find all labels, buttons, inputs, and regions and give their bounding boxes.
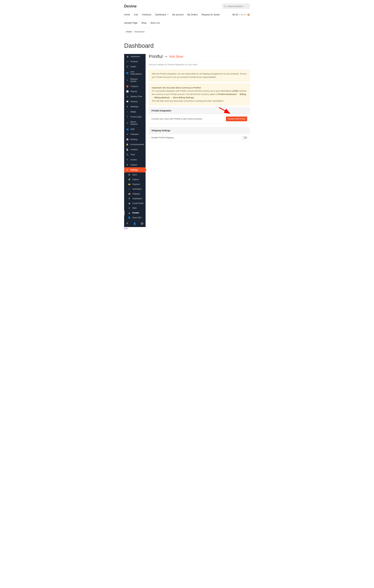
sidebar-label: Badge bbox=[131, 111, 136, 113]
sidebar-label: Reports bbox=[131, 90, 137, 93]
sidebar-sub-rma[interactable]: ↺RMA bbox=[126, 206, 145, 210]
power-icon[interactable]: ⏻ bbox=[141, 222, 143, 225]
callout-shipping-warning: With the Printful integration, you are r… bbox=[149, 70, 250, 82]
sidebar-sub-store[interactable]: 🏛Store bbox=[126, 172, 145, 177]
content-title-text: Printful bbox=[149, 54, 163, 59]
external-link-icon[interactable]: ⇱ bbox=[126, 222, 128, 225]
sidebar-sub-seo[interactable]: 🌐Store SEO bbox=[126, 215, 145, 220]
cart-items: 0 items bbox=[239, 13, 246, 16]
sidebar-label: Store bbox=[132, 174, 137, 176]
nav-cart[interactable]: Cart bbox=[134, 13, 138, 16]
content-title: Printful → Visit Store bbox=[149, 54, 250, 61]
sidebar-label: Coupons bbox=[131, 85, 138, 87]
reviews-icon: 💬 bbox=[126, 101, 129, 103]
nav-myorders[interactable]: My Orders bbox=[187, 13, 198, 16]
sidebar-item-booking[interactable]: 📅Booking bbox=[124, 137, 145, 142]
sidebar-item-quotes[interactable]: ≡Request Quotes bbox=[124, 76, 145, 84]
sidebar-item-delivery[interactable]: ◷Delivery Time bbox=[124, 94, 145, 99]
callout-p2: This will help avoid any inaccurate conv… bbox=[152, 100, 224, 102]
nav-storelist[interactable]: Store List bbox=[150, 21, 160, 24]
cart-status[interactable]: $0.00 0 items bbox=[233, 13, 250, 16]
search-input[interactable] bbox=[228, 5, 248, 8]
nav-checkout[interactable]: Checkout bbox=[142, 13, 151, 16]
sidebar-item-analytics[interactable]: ▙Analytics bbox=[124, 147, 145, 152]
sidebar-label: Addons bbox=[132, 178, 139, 181]
addons-icon: 🧩 bbox=[128, 178, 131, 181]
nav-dashboard[interactable]: Dashboard bbox=[155, 13, 168, 16]
verification-icon: ✓ bbox=[128, 188, 131, 190]
nav-samplepage[interactable]: Sample Page bbox=[124, 21, 137, 24]
sidebar-item-products[interactable]: ▭Products bbox=[124, 59, 145, 64]
sidebar-item-qa[interactable]: ?Product Q&A bbox=[124, 114, 145, 119]
orders-icon: 🛒 bbox=[126, 65, 129, 68]
primary-nav: Home Cart Checkout Dashboard My account … bbox=[124, 10, 220, 19]
primary-nav-row2: Sample Page Shop Store List bbox=[124, 19, 250, 27]
user-icon[interactable]: 👤 bbox=[133, 222, 136, 225]
connect-printful-button[interactable]: Connect with Printful bbox=[226, 116, 247, 121]
sidebar-item-auction[interactable]: ✎Auction bbox=[124, 157, 145, 162]
sidebar-sub-shipping[interactable]: 🚚Shipping bbox=[126, 191, 145, 196]
sidebar-sub-printful[interactable]: ☁Printful bbox=[124, 210, 145, 215]
sidebar-label: Store SEO bbox=[132, 217, 141, 219]
sidebar-label: Reviews bbox=[131, 101, 138, 103]
sidebar-sub-social[interactable]: ▣Social Profile bbox=[126, 201, 145, 206]
arrow-icon: → bbox=[164, 54, 168, 59]
visit-store-link[interactable]: Visit Store bbox=[169, 55, 183, 58]
breadcrumb-home[interactable]: Home bbox=[126, 30, 132, 33]
sidebar-item-support[interactable]: ⊗Support bbox=[124, 162, 145, 167]
sidebar-label: Social Profile bbox=[132, 202, 144, 204]
callout-title: Important: Set Accurate Store Currency i… bbox=[152, 86, 201, 89]
sidebar-item-staff[interactable]: 👥Staff bbox=[124, 127, 145, 132]
nav-requestquote[interactable]: Request for Quote bbox=[201, 13, 219, 16]
sidebar-item-subscriptions[interactable]: 👥User Subscriptions bbox=[124, 69, 145, 76]
sidebar-item-followers[interactable]: ♥Followers bbox=[124, 132, 145, 137]
sidebar-sub-payment[interactable]: 💳Payment bbox=[126, 182, 145, 187]
basket-icon bbox=[247, 13, 250, 16]
sidebar-item-announcements[interactable]: 🔔Announcements bbox=[124, 142, 145, 147]
printful-icon: ☁ bbox=[128, 212, 131, 214]
nav-shop[interactable]: Shop bbox=[141, 21, 146, 24]
sidebar-label: Request Quotes bbox=[130, 78, 144, 82]
home-icon bbox=[124, 31, 125, 33]
sidebar-item-tools[interactable]: 🔧Tools bbox=[124, 152, 145, 157]
nav-home[interactable]: Home bbox=[124, 13, 130, 16]
sidebar-sub-verification[interactable]: ✓Verification bbox=[126, 187, 145, 191]
sidebar-label: Shipping bbox=[132, 193, 140, 195]
sidebar-item-reviews[interactable]: 💬Reviews bbox=[124, 99, 145, 104]
return-icon: ↺ bbox=[126, 122, 129, 124]
booking-icon: 📅 bbox=[126, 138, 129, 140]
sidebar-item-coupons[interactable]: 🎁Coupons bbox=[124, 84, 145, 89]
sidebar-label: Settings bbox=[131, 169, 138, 171]
nav-myaccount[interactable]: My account bbox=[172, 13, 184, 16]
clock-icon: ◷ bbox=[126, 95, 129, 98]
sidebar-label: Booking bbox=[131, 138, 137, 140]
sidebar-item-reports[interactable]: 📈Reports bbox=[124, 89, 145, 94]
sidebar-label: Products bbox=[131, 61, 138, 63]
panel-integration: Printful Integration Connect your store … bbox=[149, 107, 250, 124]
sidebar-sub-addons[interactable]: 🧩Addons bbox=[126, 177, 145, 182]
enable-shipping-toggle[interactable] bbox=[242, 136, 247, 139]
dashboard-icon: ◨ bbox=[126, 55, 129, 58]
sidebar-label: Staff bbox=[131, 128, 134, 130]
sidebar-label: Delivery Time bbox=[131, 95, 142, 98]
sidebar-item-settings[interactable]: ⚙Settings bbox=[124, 167, 145, 172]
sidebar-label: Tools bbox=[131, 154, 135, 156]
reports-icon: 📈 bbox=[126, 90, 129, 93]
seo-icon: 🌐 bbox=[128, 217, 131, 219]
sidebar-bottom: ⇱ 👤 ⏻ bbox=[124, 220, 145, 227]
analytics-icon: ▙ bbox=[126, 148, 129, 151]
edit-link[interactable]: Edit bbox=[124, 227, 128, 230]
sidebar-label: Announcements bbox=[130, 143, 144, 146]
sidebar-item-dashboard[interactable]: ◨Dashboard bbox=[124, 54, 145, 59]
panel-shipping-text: Enable Printful Shipping bbox=[151, 136, 174, 139]
search-box[interactable] bbox=[222, 3, 250, 9]
sidebar-sub-shipstation[interactable]: ⚙ShipStation bbox=[126, 196, 145, 201]
sidebar-label: Dashboard bbox=[131, 55, 140, 58]
settings-icon: ⚙ bbox=[126, 169, 129, 171]
shipping-icon: 🚚 bbox=[128, 193, 131, 195]
sidebar-item-badge[interactable]: ♀Badge bbox=[124, 109, 145, 114]
sidebar-label: Analytics bbox=[131, 148, 138, 151]
sidebar-item-return[interactable]: ↺Return Request bbox=[124, 119, 145, 127]
sidebar-item-withdraw[interactable]: ⬆Withdraw bbox=[124, 104, 145, 109]
sidebar-item-orders[interactable]: 🛒Orders bbox=[124, 64, 145, 69]
